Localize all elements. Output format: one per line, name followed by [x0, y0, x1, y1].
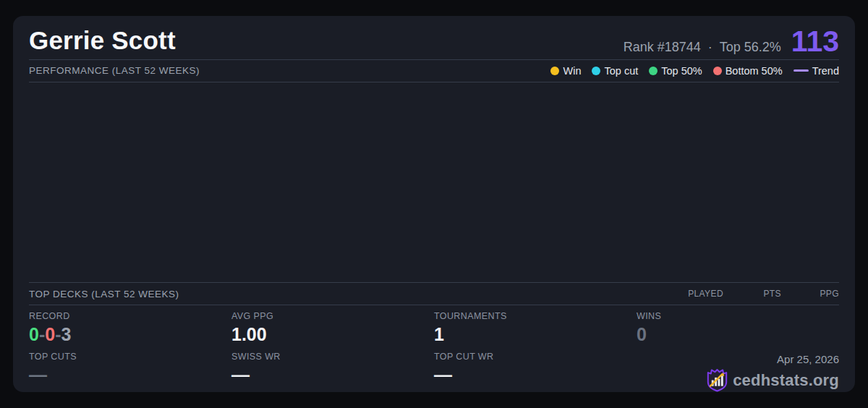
stat-top-cuts: TOP CUTS —	[29, 352, 231, 392]
legend-label: Win	[563, 65, 581, 77]
stat-avg-ppg: AVG PPG 1.00	[231, 311, 434, 352]
record-value: 0-0-3	[29, 325, 231, 345]
win-dot-icon	[550, 67, 559, 75]
stat-label: TOP CUT WR	[434, 352, 637, 362]
chart-legend: Win Top cut Top 50% Bottom 50% Trend	[550, 65, 839, 77]
card-footer: Apr 25, 2026 cedhstats.org	[637, 352, 839, 392]
rank-line: Rank #18744 · Top 56.2%	[624, 40, 781, 55]
bottom-50-dot-icon	[713, 67, 722, 75]
record-separator: -	[39, 324, 45, 344]
site-name[interactable]: cedhstats.org	[733, 371, 839, 390]
player-name: Gerrie Scott	[29, 27, 176, 55]
column-header-ppg: PPG	[781, 289, 839, 299]
tournaments-value: 1	[434, 325, 637, 345]
top-cut-wr-value: —	[434, 365, 637, 386]
stat-record: RECORD 0-0-3	[29, 311, 231, 352]
stat-label: AVG PPG	[231, 311, 434, 321]
swiss-wr-value: —	[231, 365, 434, 386]
top-cut-dot-icon	[592, 67, 600, 75]
stat-label: SWISS WR	[231, 352, 434, 362]
header-right: Rank #18744 · Top 56.2% 113	[624, 28, 839, 55]
top-decks-header-row: TOP DECKS (LAST 52 WEEKS) PLAYED PTS PPG	[29, 283, 839, 305]
site-brand[interactable]: cedhstats.org	[707, 368, 839, 392]
avg-ppg-value: 1.00	[231, 325, 434, 345]
legend-item-win: Win	[550, 65, 581, 77]
player-score: 113	[791, 28, 839, 55]
stat-label: TOP CUTS	[29, 352, 231, 362]
legend-item-bottom-50: Bottom 50%	[713, 65, 783, 77]
cedhstats-shield-icon	[707, 368, 728, 392]
stat-swiss-wr: SWISS WR —	[231, 352, 434, 392]
top-decks-columns: PLAYED PTS PPG	[665, 289, 839, 299]
column-header-pts: PTS	[723, 289, 781, 299]
stats-grid: RECORD 0-0-3 AVG PPG 1.00 TOURNAMENTS 1 …	[29, 305, 839, 392]
column-header-played: PLAYED	[665, 289, 723, 299]
legend-label: Trend	[812, 65, 839, 77]
legend-item-top-cut: Top cut	[592, 65, 638, 77]
trend-line-icon	[793, 69, 809, 72]
stat-label: RECORD	[29, 311, 231, 321]
legend-item-trend: Trend	[793, 65, 839, 77]
record-wins: 0	[29, 324, 39, 344]
legend-label: Bottom 50%	[726, 65, 783, 77]
stat-top-cut-wr: TOP CUT WR —	[434, 352, 637, 392]
record-losses: 0	[45, 324, 55, 344]
top-decks-title: TOP DECKS (LAST 52 WEEKS)	[29, 289, 179, 299]
top-50-dot-icon	[649, 67, 658, 75]
legend-item-top-50: Top 50%	[649, 65, 702, 77]
rank-text: Rank #18744	[624, 40, 701, 55]
top-percent-text: Top 56.2%	[720, 40, 781, 55]
stat-label: WINS	[637, 311, 839, 321]
stat-tournaments: TOURNAMENTS 1	[434, 311, 637, 352]
legend-label: Top cut	[604, 65, 638, 77]
performance-header-row: PERFORMANCE (LAST 52 WEEKS) Win Top cut …	[29, 60, 839, 82]
wins-value: 0	[637, 325, 839, 345]
stat-label: TOURNAMENTS	[434, 311, 637, 321]
top-cuts-value: —	[29, 365, 231, 386]
performance-chart-area	[29, 82, 839, 283]
record-draws: 3	[61, 324, 71, 344]
legend-label: Top 50%	[661, 65, 702, 77]
card-header: Gerrie Scott Rank #18744 · Top 56.2% 113	[29, 16, 839, 59]
rank-separator: ·	[708, 40, 712, 55]
player-stats-card: Gerrie Scott Rank #18744 · Top 56.2% 113…	[13, 16, 855, 392]
stat-wins: WINS 0	[637, 311, 839, 352]
performance-title: PERFORMANCE (LAST 52 WEEKS)	[29, 65, 200, 76]
card-date: Apr 25, 2026	[777, 353, 839, 365]
